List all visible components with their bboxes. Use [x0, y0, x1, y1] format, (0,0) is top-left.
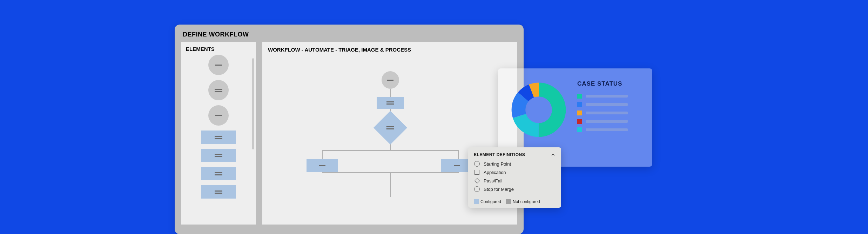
element-circle-item[interactable]	[208, 55, 229, 75]
case-status-donut-chart	[507, 78, 570, 141]
element-definitions-header[interactable]: ELEMENT DEFINITIONS	[474, 152, 556, 157]
workflow-decision-node[interactable]	[374, 111, 407, 145]
circle-icon	[474, 161, 480, 167]
connector	[322, 172, 459, 173]
element-circle-item[interactable]	[208, 80, 229, 100]
legend-configured: Configured	[474, 199, 501, 204]
definition-label: Starting Point	[484, 161, 511, 167]
workflow-application-node[interactable]	[307, 159, 338, 172]
connector	[390, 172, 391, 197]
window-title: DEFINE WORKFLOW	[183, 31, 517, 38]
legend-item	[577, 119, 643, 124]
case-status-legend: CASE STATUS	[577, 78, 643, 136]
chevron-up-icon[interactable]	[551, 152, 556, 157]
definition-label: Application	[484, 170, 506, 175]
legend-not-configured: Not configured	[506, 199, 540, 204]
circle-icon	[474, 186, 480, 192]
legend-item	[577, 111, 643, 115]
workflow-start-node[interactable]	[382, 71, 399, 89]
elements-panel: ELEMENTS	[181, 42, 256, 225]
element-definitions-title: ELEMENT DEFINITIONS	[474, 152, 525, 157]
definition-row: Starting Point	[474, 161, 556, 167]
legend-item	[577, 127, 643, 132]
connector	[458, 150, 459, 159]
definition-row: Stop for Merge	[474, 186, 556, 192]
element-rect-item[interactable]	[201, 131, 236, 144]
square-icon	[474, 169, 480, 175]
definition-label: Stop for Merge	[484, 187, 514, 192]
workflow-panel-title: WORKFLOW - AUTOMATE - TRIAGE, IMAGE & PR…	[262, 42, 517, 55]
element-rect-item[interactable]	[201, 167, 236, 180]
connector	[390, 89, 391, 97]
definition-label: Pass/Fail	[484, 178, 502, 183]
connector	[322, 150, 323, 159]
element-rect-item[interactable]	[201, 149, 236, 162]
definition-row: Pass/Fail	[474, 178, 556, 184]
diamond-icon	[474, 178, 480, 184]
definition-row: Application	[474, 169, 556, 175]
panels-row: ELEMENTS WORKFLOW - AUTOMATE - TRIAGE, I…	[181, 42, 517, 225]
element-circle-item[interactable]	[208, 105, 229, 126]
legend-item	[577, 102, 643, 107]
elements-panel-title: ELEMENTS	[181, 42, 256, 55]
legend-item	[577, 94, 643, 99]
elements-list	[181, 55, 256, 199]
case-status-title: CASE STATUS	[577, 80, 643, 87]
element-rect-item[interactable]	[201, 185, 236, 199]
definition-legend: Configured Not configured	[474, 196, 556, 204]
connector	[322, 150, 459, 151]
elements-scrollbar[interactable]	[252, 58, 254, 149]
workflow-application-node[interactable]	[377, 97, 404, 109]
element-definitions-popup: ELEMENT DEFINITIONS Starting Point Appli…	[468, 147, 561, 208]
